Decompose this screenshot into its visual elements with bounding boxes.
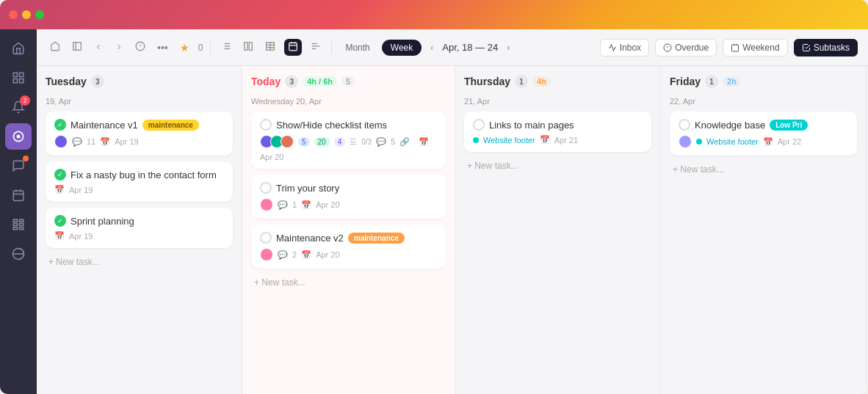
overdue-button[interactable]: Overdue: [655, 39, 717, 56]
new-task-label-friday: + New task...: [673, 164, 724, 175]
info-icon[interactable]: [132, 38, 148, 56]
card-title-sprint: ✓ Sprint planning: [54, 215, 224, 227]
card-title-links: Links to main pages: [473, 119, 643, 131]
card-meta-7: Website footer 📅 Apr 21: [473, 135, 643, 145]
minimize-button[interactable]: [22, 10, 31, 19]
svg-rect-34: [289, 43, 297, 51]
col-pending-today: 5: [341, 76, 355, 87]
inbox-label: Inbox: [620, 43, 641, 53]
sidebar-item-chat[interactable]: [5, 153, 32, 179]
sidebar-item-analytics[interactable]: [5, 241, 32, 267]
col-title-today: Today: [251, 76, 281, 87]
next-week-button[interactable]: ›: [504, 41, 513, 54]
traffic-lights: [9, 10, 44, 19]
separator-1: [210, 41, 211, 54]
date-icon-6: 📅: [301, 250, 311, 260]
svg-rect-14: [13, 227, 17, 230]
sidebar-item-notifications[interactable]: 2: [5, 94, 32, 120]
column-header-tuesday: Tuesday 3: [46, 75, 233, 88]
col-count-thursday: 1: [515, 75, 528, 88]
back-icon[interactable]: [91, 39, 106, 56]
svg-rect-6: [13, 191, 23, 201]
date-2: Apr 19: [69, 186, 93, 194]
forward-icon[interactable]: [112, 39, 126, 56]
new-task-friday[interactable]: + New task...: [670, 161, 857, 178]
week-view-button[interactable]: Week: [382, 40, 422, 56]
avatar-group-4: [260, 135, 294, 148]
sidebar-item-home[interactable]: [5, 35, 32, 62]
card-bug-fix[interactable]: ✓ Fix a nasty bug in the contact form 📅 …: [46, 161, 233, 202]
notification-badge: 2: [20, 95, 30, 106]
new-task-thursday[interactable]: + New task...: [464, 158, 651, 174]
card-maintenance-v2[interactable]: Maintenance v2 maintenance 💬 2 📅 Apr 20: [251, 225, 446, 269]
close-button[interactable]: [9, 10, 18, 19]
check-empty-6: [260, 232, 272, 244]
prev-week-button[interactable]: ‹: [427, 41, 436, 54]
card-title-show-hide: Show/Hide checklist items: [260, 119, 437, 131]
sidebar-item-layout[interactable]: [5, 65, 32, 91]
month-view-button[interactable]: Month: [339, 40, 375, 56]
card-trim-story[interactable]: Trim your story 💬 1 📅 Apr 20: [251, 175, 446, 219]
date-5: Apr 20: [316, 200, 339, 209]
star-count: 0: [198, 43, 203, 53]
col-date-friday: 22, Apr: [670, 97, 857, 106]
section-link-7[interactable]: Website footer: [483, 136, 535, 145]
view-calendar-icon[interactable]: [284, 39, 302, 56]
new-task-today[interactable]: + New task...: [251, 274, 446, 291]
comment-count-4: 5: [391, 137, 395, 146]
sidebar-toggle-icon[interactable]: [69, 38, 85, 56]
card-maintenance-v1[interactable]: ✓ Maintenance v1 maintenance 💬 11 📅 Apr …: [46, 112, 233, 156]
section-link-8[interactable]: Website footer: [706, 137, 759, 146]
col-count-friday: 1: [705, 75, 718, 88]
comment-count-6: 2: [292, 250, 297, 259]
date-4: Apr 20: [260, 153, 283, 161]
sidebar-item-logo[interactable]: [5, 123, 32, 150]
tag-maintenance-v2: maintenance: [348, 233, 405, 244]
date-1: Apr 19: [115, 137, 138, 146]
overdue-label: Overdue: [675, 43, 709, 53]
sidebar-item-grid[interactable]: [5, 211, 32, 238]
inbox-button[interactable]: Inbox: [600, 39, 649, 56]
card-text-trim: Trim your story: [276, 183, 339, 194]
check-done-icon-2: ✓: [54, 169, 66, 180]
card-links-main[interactable]: Links to main pages Website footer 📅 Apr…: [464, 112, 651, 152]
column-tuesday: Tuesday 3 19, Apr ✓ Maintenance v1 maint…: [37, 66, 242, 394]
date-range: Apr, 18 — 24: [442, 42, 498, 53]
sidebar-item-calendar[interactable]: [5, 182, 32, 208]
count-green-4: 20: [314, 137, 330, 147]
new-task-tuesday[interactable]: + New task...: [46, 254, 233, 270]
avatar-8: [679, 135, 692, 148]
view-gantt-icon[interactable]: [308, 38, 324, 56]
col-count-today: 3: [285, 75, 298, 88]
checklist-icon-4: ☰: [350, 137, 357, 147]
date-6: Apr 20: [316, 250, 339, 259]
subtasks-button[interactable]: Subtasks: [794, 39, 858, 56]
svg-rect-12: [13, 224, 17, 226]
content-area: ••• ★ 0 Month: [37, 29, 868, 394]
date-icon-4: 📅: [419, 137, 429, 147]
view-board-icon[interactable]: [240, 38, 256, 56]
view-table-icon[interactable]: [262, 38, 278, 56]
check-empty-7: [473, 119, 485, 131]
col-date-tuesday: 19, Apr: [46, 97, 233, 106]
check-empty-8: [679, 119, 690, 131]
more-icon[interactable]: •••: [154, 39, 171, 56]
svg-rect-28: [245, 43, 247, 51]
star-icon[interactable]: ★: [177, 39, 192, 56]
avatar-4c: [281, 135, 294, 148]
weekend-button[interactable]: Weekend: [723, 39, 787, 56]
date-icon-8: 📅: [763, 137, 773, 147]
sidebar: 2: [0, 29, 37, 394]
card-sprint-planning[interactable]: ✓ Sprint planning 📅 Apr 19: [46, 208, 233, 248]
new-task-label-today: + New task...: [254, 277, 305, 288]
maximize-button[interactable]: [35, 10, 44, 19]
home-toolbar-icon[interactable]: [47, 38, 63, 56]
svg-rect-0: [13, 73, 17, 76]
card-knowledge-base[interactable]: Knowledge base Low Pri Website footer 📅 …: [670, 112, 857, 156]
section-dot-7: [473, 137, 479, 143]
col-time-today: 4h / 6h: [303, 76, 337, 87]
card-show-hide[interactable]: Show/Hide checklist items 5 20 4 ☰: [251, 112, 446, 169]
card-title-knowledge: Knowledge base Low Pri: [679, 119, 848, 131]
view-list-icon[interactable]: [218, 38, 234, 56]
avatar-1: [54, 135, 68, 148]
